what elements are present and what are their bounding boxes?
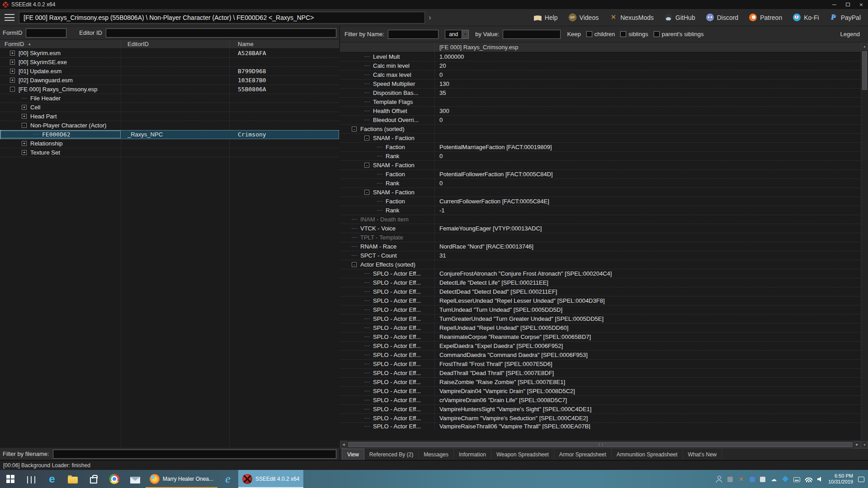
- editorid-input[interactable]: [106, 28, 336, 38]
- field-value-cell[interactable]: [435, 188, 861, 197]
- field-value-cell[interactable]: [435, 98, 861, 106]
- scroll-right-icon[interactable]: ▶: [854, 441, 861, 448]
- nexus-tray-icon[interactable]: [738, 476, 745, 483]
- field-value-cell[interactable]: PotentialMarriageFaction [FACT:00019809]: [435, 143, 861, 151]
- field-value-cell[interactable]: 35: [435, 89, 861, 97]
- record-row[interactable]: SPLO - Actor Eff...FrostThrall "Frost Th…: [340, 360, 861, 369]
- left-tree-row[interactable]: +Relationship: [0, 139, 339, 148]
- taskbar-firefox-button[interactable]: Marry Healer Onea...: [146, 470, 217, 488]
- user-icon[interactable]: [716, 476, 722, 483]
- record-row[interactable]: SPLO - Actor Eff...TurnGreaterUndead "Tu…: [340, 314, 861, 324]
- column-header-editorid[interactable]: EditorID: [121, 40, 230, 48]
- keep-children-checkbox[interactable]: children: [586, 31, 615, 38]
- record-row[interactable]: FactionCurrentFollowerFaction [FACT:0005…: [340, 197, 861, 206]
- field-value-cell[interactable]: CurrentFollowerFaction [FACT:0005C84E]: [435, 197, 861, 206]
- expand-icon[interactable]: +: [10, 78, 15, 83]
- field-value-cell[interactable]: 0: [435, 70, 861, 79]
- expand-icon[interactable]: +: [10, 60, 15, 65]
- record-row[interactable]: -Actor Effects (sorted): [340, 260, 861, 269]
- breadcrumb[interactable]: [FE 000] Raxys_Crimsony.esp (55B0806A) \…: [19, 12, 425, 23]
- field-value-cell[interactable]: 20: [435, 61, 861, 70]
- record-row[interactable]: Calc min level20: [340, 61, 861, 70]
- link-patreon[interactable]: Patreon: [749, 14, 782, 21]
- close-button[interactable]: ✕: [854, 0, 868, 9]
- touch-keyboard-icon[interactable]: [793, 477, 800, 482]
- record-row[interactable]: SPLO - Actor Eff...VampireHuntersSight "…: [340, 405, 861, 414]
- taskbar-start-button[interactable]: [0, 470, 21, 488]
- left-tree-row[interactable]: File Header: [0, 94, 339, 103]
- taskbar-clock[interactable]: 6:50 PM 10/31/2019: [828, 473, 853, 485]
- field-value-cell[interactable]: VampireHuntersSight "Vampire's Sight" [S…: [435, 405, 861, 413]
- left-tree-row[interactable]: -Non-Player Character (Actor): [0, 121, 339, 130]
- record-row[interactable]: SPLO - Actor Eff...RepelUndead "Repel Un…: [340, 324, 861, 333]
- record-row[interactable]: -Factions (sorted): [340, 125, 861, 134]
- record-row[interactable]: Template Flags: [340, 98, 861, 107]
- formid-input[interactable]: [26, 28, 66, 38]
- chevron-right-button[interactable]: ›: [429, 13, 431, 22]
- network-icon[interactable]: [805, 478, 812, 482]
- record-row[interactable]: SPLO - Actor Eff...RaiseZombie "Raise Zo…: [340, 378, 861, 387]
- tab-referenced-by-2[interactable]: Referenced By (2): [364, 449, 419, 460]
- tray-app-1-icon[interactable]: [727, 477, 733, 482]
- record-row[interactable]: Rank-1: [340, 206, 861, 215]
- record-row[interactable]: Rank0: [340, 179, 861, 188]
- filename-filter-input[interactable]: [53, 450, 336, 459]
- record-row[interactable]: INAM - Death item: [340, 215, 861, 224]
- keep-siblings-checkbox[interactable]: siblings: [620, 31, 648, 38]
- record-row[interactable]: SPLO - Actor Eff...crVampireDrain06 "Dra…: [340, 396, 861, 405]
- field-value-cell[interactable]: RepelLesserUndead "Repel Lesser Undead" …: [435, 296, 861, 305]
- left-tree-row[interactable]: +[00] SkyrimSE.exe: [0, 58, 339, 67]
- field-value-cell[interactable]: RepelUndead "Repel Undead" [SPEL:0005DD6…: [435, 324, 861, 332]
- horizontal-scroll-thumb[interactable]: [348, 442, 853, 447]
- record-row[interactable]: SPLO - Actor Eff...DeadThrall "Dead Thra…: [340, 369, 861, 378]
- expand-icon[interactable]: +: [10, 51, 15, 56]
- left-tree-row[interactable]: +Texture Set: [0, 148, 339, 157]
- left-tree-row[interactable]: +[00] Skyrim.esmA528BAFA: [0, 49, 339, 58]
- record-row[interactable]: VTCK - VoiceFemaleYoungEager [VTYP:00013…: [340, 224, 861, 233]
- taskbar-chrome-button[interactable]: [104, 470, 125, 488]
- tab-messages[interactable]: Messages: [419, 449, 454, 460]
- link-help[interactable]: Help: [534, 14, 558, 21]
- field-value-cell[interactable]: 130: [435, 80, 861, 88]
- menu-button[interactable]: [5, 14, 14, 21]
- vertical-scroll-thumb[interactable]: [862, 51, 867, 90]
- collapse-icon[interactable]: -: [352, 262, 357, 267]
- link-paypal[interactable]: PayPal: [830, 14, 861, 21]
- tab-weapon-spreadsheet[interactable]: Weapon Spreadsheet: [491, 449, 554, 460]
- scroll-left-icon[interactable]: ◀: [340, 441, 347, 448]
- field-value-cell[interactable]: [435, 215, 861, 224]
- maximize-button[interactable]: [841, 0, 854, 9]
- record-row[interactable]: SPLO - Actor Eff...ReanimateCorpse "Rean…: [340, 333, 861, 342]
- volume-icon[interactable]: [817, 476, 823, 482]
- left-tree-row[interactable]: -[FE 000] Raxys_Crimsony.esp55B0806A: [0, 85, 339, 94]
- record-row[interactable]: SPLO - Actor Eff...DetectLife "Detect Li…: [340, 278, 861, 287]
- record-row[interactable]: SPLO - Actor Eff...RepelLesserUndead "Re…: [340, 296, 861, 305]
- field-value-cell[interactable]: [435, 233, 861, 242]
- taskbar-task-view-button[interactable]: [21, 470, 42, 488]
- keep-parent-s-siblings-checkbox[interactable]: parent's siblings: [654, 31, 704, 38]
- collapse-icon[interactable]: -: [364, 163, 369, 168]
- record-row[interactable]: SPLO - Actor Eff...CommandDaedra "Comman…: [340, 351, 861, 360]
- column-header-formid[interactable]: FormID ▲: [0, 40, 121, 48]
- field-value-cell[interactable]: 31: [435, 251, 861, 260]
- record-row[interactable]: -SNAM - Faction: [340, 188, 861, 197]
- field-value-cell[interactable]: DetectLife "Detect Life" [SPEL:000211EE]: [435, 278, 861, 287]
- record-row[interactable]: Disposition Bas...35: [340, 89, 861, 98]
- record-row[interactable]: FactionPotentialMarriageFaction [FACT:00…: [340, 143, 861, 152]
- link-nexusmods[interactable]: NexusMods: [609, 14, 654, 21]
- vertical-scrollbar[interactable]: ▲ ▼: [861, 42, 868, 448]
- taskbar-file-explorer-button[interactable]: [62, 470, 83, 488]
- field-value-cell[interactable]: DeadThrall "Dead Thrall" [SPEL:0007E8DF]: [435, 369, 861, 377]
- field-value-cell[interactable]: 0: [435, 116, 861, 124]
- column-header-name[interactable]: Name: [230, 40, 339, 48]
- tab-information[interactable]: Information: [454, 449, 491, 460]
- field-value-cell[interactable]: [435, 161, 861, 169]
- tab-armor-spreadsheet[interactable]: Armor Spreadsheet: [554, 449, 612, 460]
- collapse-icon[interactable]: -: [364, 136, 369, 141]
- field-value-cell[interactable]: FrostThrall "Frost Thrall" [SPEL:0007E5D…: [435, 360, 861, 368]
- record-row[interactable]: SPLO - Actor Eff...DetectDead "Detect De…: [340, 287, 861, 296]
- horizontal-scrollbar[interactable]: ◀ ▶: [340, 441, 861, 448]
- onedrive-icon[interactable]: [770, 476, 777, 483]
- plugin-column-header[interactable]: [FE 000] Raxys_Crimsony.esp: [435, 44, 519, 51]
- field-value-cell[interactable]: [435, 125, 861, 133]
